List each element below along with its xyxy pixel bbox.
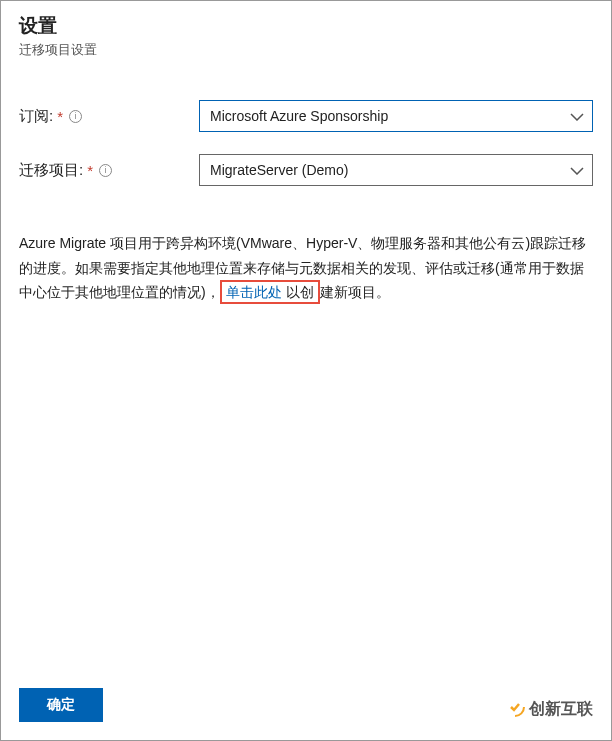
- project-label: 迁移项目:: [19, 161, 83, 180]
- info-icon[interactable]: i: [69, 110, 82, 123]
- panel-content: 订阅: * i Microsoft Azure Sponsorship 迁移项目…: [1, 70, 611, 305]
- description-part2-remainder: 建新项目。: [320, 284, 390, 300]
- project-dropdown[interactable]: MigrateServer (Demo): [199, 154, 593, 186]
- project-value: MigrateServer (Demo): [210, 162, 348, 178]
- project-row: 迁移项目: * i MigrateServer (Demo): [19, 154, 593, 186]
- create-project-link[interactable]: 单击此处: [226, 284, 282, 300]
- panel-header: 设置 迁移项目设置: [1, 1, 611, 70]
- required-asterisk: *: [57, 108, 63, 125]
- subscription-dropdown[interactable]: Microsoft Azure Sponsorship: [199, 100, 593, 132]
- subscription-label: 订阅:: [19, 107, 53, 126]
- description-text: Azure Migrate 项目用于跨异构环境(VMware、Hyper-V、物…: [19, 231, 593, 305]
- panel-title: 设置: [19, 13, 593, 39]
- watermark-logo-icon: [505, 697, 525, 722]
- project-label-group: 迁移项目: * i: [19, 161, 199, 180]
- chevron-down-icon: [570, 162, 584, 178]
- info-icon[interactable]: i: [99, 164, 112, 177]
- panel-footer: 确定: [19, 688, 103, 722]
- subscription-label-group: 订阅: * i: [19, 107, 199, 126]
- subscription-row: 订阅: * i Microsoft Azure Sponsorship: [19, 100, 593, 132]
- panel-subtitle: 迁移项目设置: [19, 41, 593, 59]
- watermark: 创新互联: [505, 697, 593, 722]
- description-part2-inbox: 以创: [282, 284, 314, 300]
- subscription-value: Microsoft Azure Sponsorship: [210, 108, 388, 124]
- ok-button[interactable]: 确定: [19, 688, 103, 722]
- required-asterisk: *: [87, 162, 93, 179]
- highlight-box: 单击此处 以创: [220, 280, 320, 304]
- chevron-down-icon: [570, 108, 584, 124]
- watermark-text: 创新互联: [529, 699, 593, 720]
